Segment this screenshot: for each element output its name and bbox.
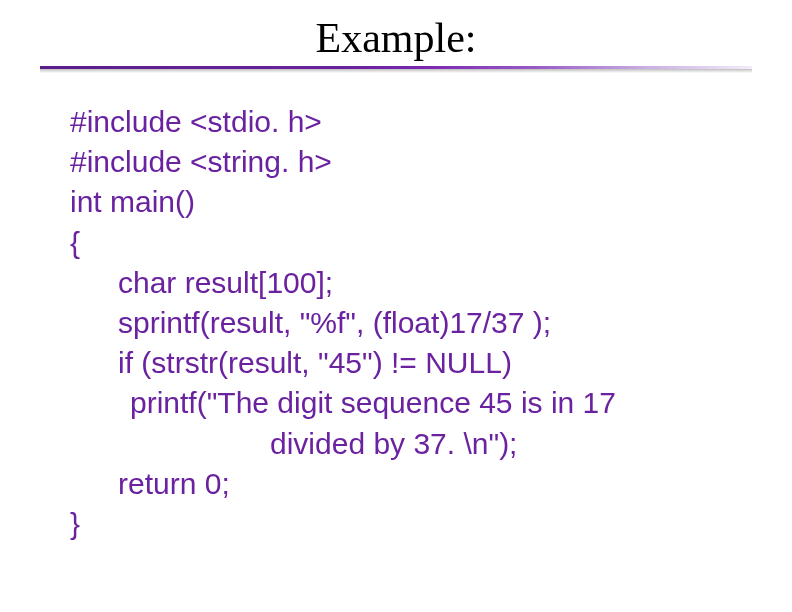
code-line-5: char result[100];: [70, 263, 792, 303]
code-line-3: int main(): [70, 185, 195, 218]
slide-title: Example:: [0, 14, 792, 62]
code-line-4: {: [70, 226, 80, 259]
code-block: #include <stdio. h> #include <string. h>…: [70, 102, 792, 544]
code-line-1: #include <stdio. h>: [70, 105, 322, 138]
code-line-2: #include <string. h>: [70, 145, 332, 178]
divider-shadow: [40, 69, 752, 73]
code-line-8: printf("The digit sequence 45 is in 17: [70, 383, 792, 423]
code-line-11: }: [70, 507, 80, 540]
code-line-10: return 0;: [70, 464, 792, 504]
code-line-6: sprintf(result, "%f", (float)17/37 );: [70, 303, 792, 343]
title-divider: [40, 66, 752, 76]
code-line-9: divided by 37. \n");: [70, 424, 792, 464]
code-line-7: if (strstr(result, "45") != NULL): [70, 343, 792, 383]
